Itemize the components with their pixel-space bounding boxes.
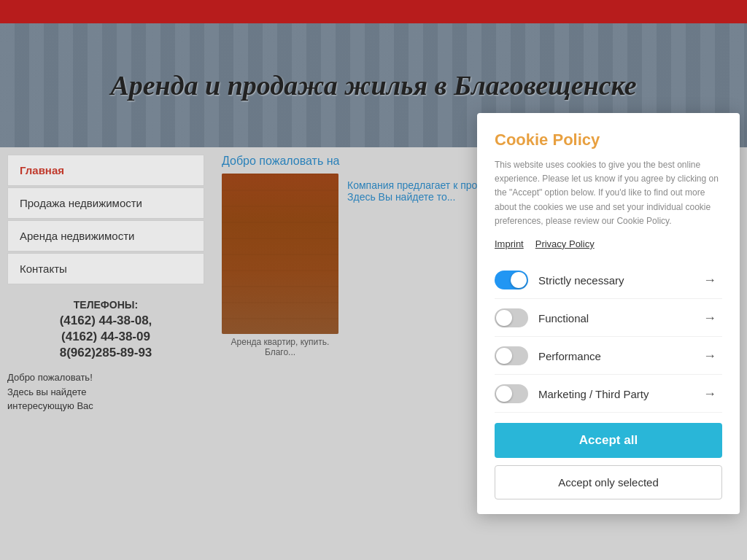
cookie-title: Cookie Policy	[495, 131, 722, 149]
sidebar-item-sale[interactable]: Продажа недвижимости	[7, 187, 204, 219]
cookie-option-performance: Performance →	[495, 338, 722, 375]
cookie-option-marketing: Marketing / Third Party →	[495, 376, 722, 413]
sidebar-welcome: Добро пожаловать! Здесь вы найдете интер…	[7, 370, 204, 413]
sidebar-item-home[interactable]: Главная	[7, 155, 204, 186]
arrow-strictly-necessary[interactable]: →	[697, 270, 722, 291]
property-image	[222, 174, 338, 334]
top-bar	[0, 0, 747, 23]
arrow-performance[interactable]: →	[697, 346, 722, 367]
toggle-knob-marketing	[496, 386, 512, 402]
cookie-links: Imprint Privacy Policy	[495, 238, 722, 249]
imprint-link[interactable]: Imprint	[495, 238, 524, 249]
toggle-knob-strictly-necessary	[511, 272, 527, 288]
sidebar-item-rent[interactable]: Аренда недвижимости	[7, 220, 204, 252]
phones-label: ТЕЛЕФОНЫ:	[7, 299, 204, 311]
option-label-marketing: Marketing / Third Party	[538, 388, 649, 400]
toggle-performance[interactable]	[495, 346, 528, 365]
sidebar-item-contacts[interactable]: Контакты	[7, 253, 204, 284]
toggle-knob-functional	[496, 310, 512, 326]
option-label-performance: Performance	[538, 350, 601, 362]
cookie-modal: Cookie Policy This website uses cookies …	[477, 113, 740, 514]
cookie-description: This website uses cookies to give you th…	[495, 158, 722, 228]
hero-title: Аренда и продажа жилья в Благовещенске	[110, 69, 636, 101]
sidebar: Главная Продажа недвижимости Аренда недв…	[0, 147, 212, 560]
arrow-functional[interactable]: →	[697, 308, 722, 329]
accept-all-button[interactable]: Accept all	[495, 423, 722, 458]
property-image-inner	[222, 174, 338, 334]
toggle-knob-performance	[496, 348, 512, 364]
cookie-options: Strictly necessary → Functional → Perfor…	[495, 262, 722, 413]
option-label-strictly-necessary: Strictly necessary	[538, 274, 624, 287]
privacy-policy-link[interactable]: Privacy Policy	[535, 238, 595, 249]
sidebar-phones: ТЕЛЕФОНЫ: (4162) 44-38-08, (4162) 44-38-…	[7, 299, 204, 360]
phone-3: 8(962)285-89-93	[7, 346, 204, 360]
toggle-strictly-necessary[interactable]	[495, 271, 528, 289]
toggle-marketing[interactable]	[495, 384, 528, 403]
toggle-functional[interactable]	[495, 308, 528, 327]
cookie-option-functional: Functional →	[495, 300, 722, 337]
sidebar-welcome-text: Добро пожаловать! Здесь вы найдете интер…	[7, 372, 93, 411]
arrow-marketing[interactable]: →	[697, 384, 722, 405]
property-caption: Аренда квартир, купить. Благо...	[222, 337, 338, 357]
phone-1: (4162) 44-38-08,	[7, 314, 204, 328]
cookie-option-strictly-necessary: Strictly necessary →	[495, 262, 722, 299]
option-label-functional: Functional	[538, 312, 589, 324]
accept-selected-button[interactable]: Accept only selected	[495, 465, 722, 499]
phone-2: (4162) 44-38-09	[7, 330, 204, 344]
